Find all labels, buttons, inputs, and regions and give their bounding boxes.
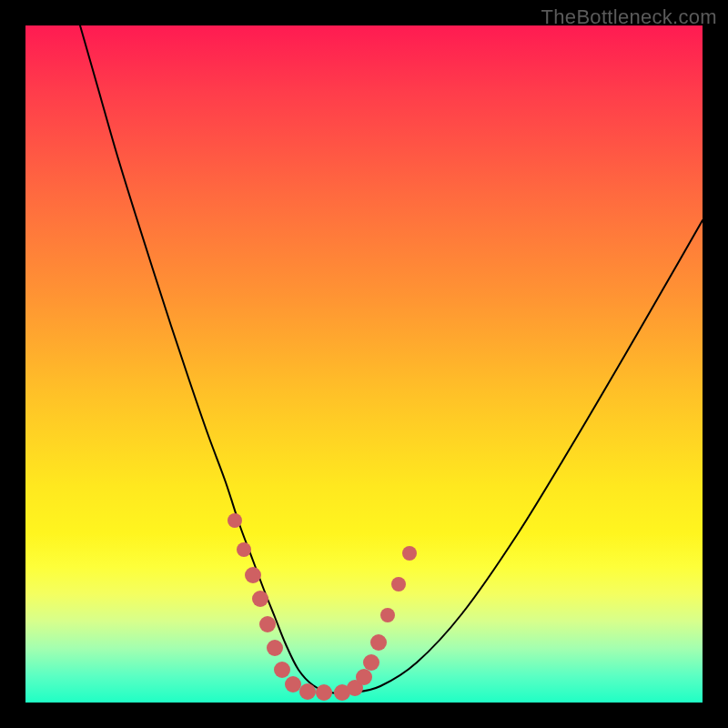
marker-group	[228, 513, 417, 701]
marker-dot	[285, 676, 301, 693]
marker-dot	[228, 513, 242, 528]
marker-dot	[370, 634, 387, 651]
marker-dot	[316, 684, 332, 701]
marker-dot	[237, 542, 251, 557]
marker-dot	[363, 654, 379, 671]
marker-dot	[391, 577, 406, 592]
marker-dot	[245, 567, 261, 583]
marker-dot	[299, 683, 316, 700]
marker-dot	[380, 608, 395, 622]
curve-svg	[25, 25, 703, 703]
marker-dot	[252, 591, 268, 607]
chart-frame	[25, 25, 703, 703]
marker-dot	[356, 669, 372, 685]
marker-dot	[274, 662, 290, 678]
marker-dot	[267, 640, 283, 656]
marker-dot	[402, 546, 417, 561]
marker-dot	[259, 616, 276, 632]
bottleneck-curve	[80, 25, 703, 693]
